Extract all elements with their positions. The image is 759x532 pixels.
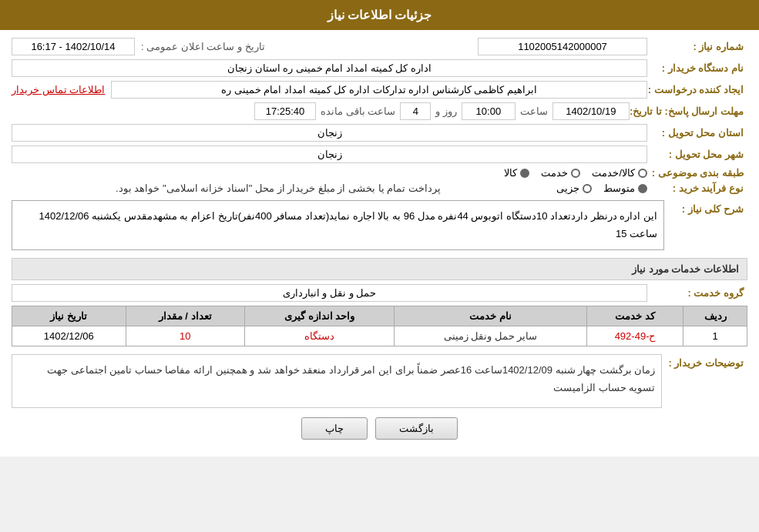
category-radio-group: کالا/خدمت خدمت کالا — [12, 167, 647, 179]
service-group-value: حمل و نقل و انبارداری — [12, 284, 647, 302]
table-cell-5: 1402/12/06 — [12, 326, 126, 346]
need-number-label: شماره نیاز : — [647, 41, 747, 52]
province-value: زنجان — [12, 124, 647, 142]
table-cell-4: 10 — [126, 326, 244, 346]
service-group-label: گروه خدمت : — [647, 287, 747, 299]
buyer-org-row: نام دستگاه خریدار : اداره کل کمیته امداد… — [12, 59, 747, 77]
reply-time-label: ساعت — [520, 105, 548, 117]
province-row: استان محل تحویل : زنجان — [12, 124, 747, 142]
buyer-org-label: نام دستگاه خریدار : — [647, 62, 747, 74]
category-radio-kala[interactable] — [520, 169, 529, 178]
reply-time-value: 10:00 — [462, 102, 516, 120]
table-row: 1ح-49-492سایر حمل ونقل زمینیدستگاه101402… — [12, 326, 747, 346]
col-service-name: نام خدمت — [395, 306, 587, 326]
city-label: شهر محل تحویل : — [647, 149, 747, 160]
table-cell-2: سایر حمل ونقل زمینی — [395, 326, 587, 346]
city-row: شهر محل تحویل : زنجان — [12, 146, 747, 163]
requester-value: ابراهیم کاظمی کارشناس اداره تداركات ادار… — [111, 81, 647, 99]
contact-info-link[interactable]: اطلاعات تماس خریدار — [12, 84, 105, 95]
process-radio-group: متوسط جزیی پرداخت تمام یا بخشی از مبلغ خ… — [12, 182, 647, 194]
process-label: نوع فرآیند خرید : — [647, 182, 747, 194]
process-option-jozii: جزیی — [556, 182, 592, 194]
announce-datetime-value: 1402/10/14 - 16:17 — [12, 38, 135, 55]
reply-deadline-label: مهلت ارسال پاسخ: تا تاریخ: — [630, 105, 747, 117]
need-number-value: 1102005142000007 — [478, 38, 647, 55]
reply-remaining-value: 17:25:40 — [254, 102, 316, 120]
table-cell-1: ح-49-492 — [586, 326, 683, 346]
need-description-title: شرح کلی نیاز : — [670, 203, 747, 215]
buyer-org-value: اداره کل کمیته امداد امام خمینی ره استان… — [12, 59, 647, 77]
col-unit: واحد اندازه گیری — [244, 306, 395, 326]
category-row: طبقه بندی موضوعی : کالا/خدمت خدمت کالا — [12, 167, 747, 179]
category-radio-khedmat[interactable] — [571, 169, 580, 178]
action-buttons: بازگشت چاپ — [12, 417, 747, 440]
province-label: استان محل تحویل : — [647, 127, 747, 139]
category-option-kala-khedmat: کالا/خدمت — [592, 167, 647, 179]
col-quantity: تعداد / مقدار — [126, 306, 244, 326]
category-label-kala: کالا — [504, 167, 517, 179]
process-label-motavaset: متوسط — [603, 182, 635, 194]
buyer-notes-box: زمان برگشت چهار شنبه 1402/12/09ساعت 16عص… — [12, 354, 662, 408]
page-header: جزئیات اطلاعات نیاز — [0, 0, 759, 30]
table-header-row: ردیف کد خدمت نام خدمت واحد اندازه گیری ت… — [12, 306, 747, 326]
category-label-khedmat: خدمت — [541, 167, 568, 179]
buyer-notes-label: توضیحات خریدار : — [668, 357, 747, 369]
reply-days-value: 4 — [400, 102, 431, 120]
services-section-title: اطلاعات خدمات مورد نیاز — [12, 258, 747, 280]
print-button[interactable]: چاپ — [301, 417, 368, 440]
need-description-section: شرح کلی نیاز : این اداره درنظر داردتعداد… — [12, 200, 747, 250]
col-date: تاریخ نیاز — [12, 306, 126, 326]
category-label-kala-khedmat: کالا/خدمت — [592, 167, 635, 179]
category-label: طبقه بندی موضوعی : — [647, 167, 747, 179]
reply-days-label: روز و — [435, 105, 457, 117]
back-button[interactable]: بازگشت — [375, 417, 458, 440]
page-title: جزئیات اطلاعات نیاز — [327, 8, 432, 22]
need-description-box: این اداره درنظر داردتعداد 10دستگاه اتوبو… — [12, 200, 664, 250]
announce-datetime-label: تاریخ و ساعت اعلان عمومی : — [141, 41, 265, 52]
requester-label: ایجاد کننده درخواست : — [647, 84, 747, 95]
table-cell-3: دستگاه — [244, 326, 395, 346]
col-row-number: ردیف — [683, 306, 747, 326]
reply-date-value: 1402/10/19 — [552, 102, 630, 120]
requester-row: ایجاد کننده درخواست : ابراهیم کاظمی کارش… — [12, 81, 747, 99]
service-group-row: گروه خدمت : حمل و نقل و انبارداری — [12, 284, 747, 302]
main-content: شماره نیاز : 1102005142000007 تاریخ و سا… — [0, 30, 759, 457]
reply-remaining-label: ساعت باقی مانده — [321, 105, 395, 117]
category-option-kala: کالا — [504, 167, 529, 179]
process-row: نوع فرآیند خرید : متوسط جزیی پرداخت تمام… — [12, 182, 747, 194]
reply-deadline-row: مهلت ارسال پاسخ: تا تاریخ: 1402/10/19 سا… — [12, 102, 747, 120]
category-radio-kala-khedmat[interactable] — [638, 169, 647, 178]
process-radio-motavaset[interactable] — [638, 184, 647, 193]
table-cell-0: 1 — [683, 326, 747, 346]
buyer-notes-section: توضیحات خریدار : زمان برگشت چهار شنبه 14… — [12, 354, 747, 408]
col-service-code: کد خدمت — [586, 306, 683, 326]
process-radio-jozii[interactable] — [583, 184, 592, 193]
process-label-jozii: جزیی — [556, 182, 579, 194]
page-container: جزئیات اطلاعات نیاز شماره نیاز : 1102005… — [0, 0, 759, 457]
city-value: زنجان — [12, 146, 647, 163]
process-option-motavaset: متوسط — [603, 182, 647, 194]
pay-text: پرداخت تمام یا بخشی از مبلغ خریدار از مح… — [12, 182, 545, 194]
services-table: ردیف کد خدمت نام خدمت واحد اندازه گیری ت… — [12, 306, 747, 346]
category-option-khedmat: خدمت — [541, 167, 580, 179]
need-number-row: شماره نیاز : 1102005142000007 تاریخ و سا… — [12, 38, 747, 55]
